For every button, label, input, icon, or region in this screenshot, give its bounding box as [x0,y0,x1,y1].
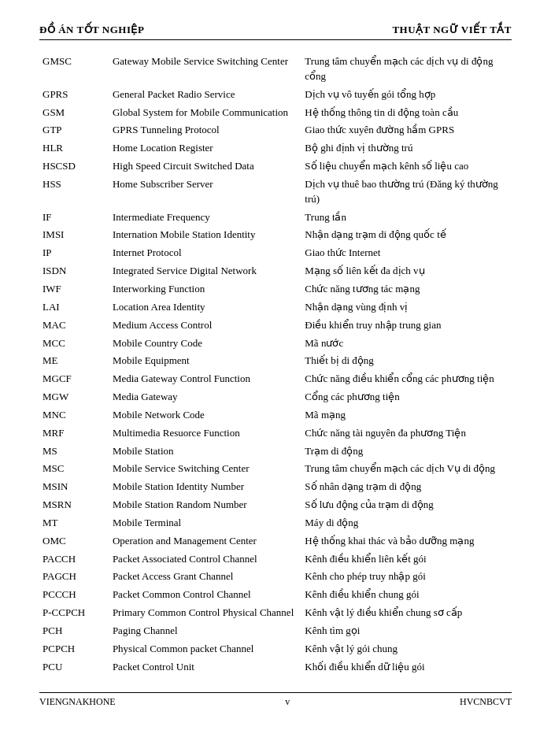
vietnamese-cell: Chức năng tương tác mạng [301,280,512,298]
table-row: IFIntermediate FrequencyTrung tần [39,209,512,227]
abbr-cell: IMSI [39,226,109,244]
vietnamese-cell: Thiết bị di động [301,352,512,370]
vietnamese-cell: Kênh cho phép truy nhập gói [301,568,512,586]
table-row: IWFInterworking FunctionChức năng tương … [39,280,512,298]
full-name-cell: Home Subscriber Server [109,176,301,209]
table-row: LAILocation Area IdentityNhận dạng vùng … [39,298,512,317]
abbr-cell: MRF [39,424,109,443]
vietnamese-cell: Điều khiển truy nhập trung gian [301,317,512,335]
vietnamese-cell: Chức năng tài nguyên đa phương Tiện [301,424,512,443]
full-name-cell: Mobile Service Switching Center [109,460,301,478]
full-name-cell: Primary Common Control Physical Channel [109,604,301,622]
abbr-cell: PCH [39,622,109,640]
vietnamese-cell: Số liệu chuyển mạch kênh số liệu cao [301,158,512,176]
abbr-cell: MSIN [39,478,109,496]
table-row: MSMobile StationTrạm di động [39,443,512,461]
table-row: MSINMobile Station Identity NumberSố nhâ… [39,478,512,496]
glossary-table: GMSCGateway Mobile Service Switching Cen… [39,53,512,676]
table-row: PCPCHPhysical Common packet ChannelKênh … [39,640,512,658]
abbr-cell: PCU [39,658,109,676]
vietnamese-cell: Mã nước [301,335,512,353]
full-name-cell: Physical Common packet Channel [109,640,301,658]
abbr-cell: IWF [39,280,109,298]
full-name-cell: Mobile Station Random Number [109,496,301,514]
full-name-cell: Operation and Management Center [109,532,301,550]
full-name-cell: Home Location Register [109,139,301,158]
full-name-cell: Integrated Service Digital Network [109,262,301,280]
table-row: IPInternet ProtocolGiao thức Internet [39,244,512,262]
table-row: GTPGPRS Tunneling ProtocolGiao thức xuyê… [39,121,512,139]
full-name-cell: GPRS Tunneling Protocol [109,121,301,139]
vietnamese-cell: Kênh điều khiển liên kết gói [301,550,512,569]
vietnamese-cell: Giao thức Internet [301,244,512,262]
abbr-cell: ISDN [39,262,109,280]
abbr-cell: MS [39,443,109,461]
table-row: MGWMedia GatewayCổng các phương tiện [39,388,512,406]
full-name-cell: Global System for Mobile Communication [109,104,301,122]
table-row: HLRHome Location RegisterBộ ghi định vị … [39,139,512,158]
vietnamese-cell: Giao thức xuyên đường hầm GPRS [301,121,512,139]
vietnamese-cell: Trung tâm chuyển mạch các dịch vụ di độn… [301,53,512,86]
table-row: HSCSDHigh Speed Circuit Switched DataSố … [39,158,512,176]
vietnamese-cell: Trạm di động [301,443,512,461]
abbr-cell: PCPCH [39,640,109,658]
abbr-cell: GSM [39,104,109,122]
table-row: MCCMobile Country CodeMã nước [39,335,512,353]
table-row: HSSHome Subscriber ServerDịch vụ thuê ba… [39,176,512,209]
vietnamese-cell: Nhận dạng vùng định vị [301,298,512,317]
abbr-cell: MGW [39,388,109,406]
table-row: PCUPacket Control UnitKhối điều khiển dữ… [39,658,512,676]
abbr-cell: LAI [39,298,109,317]
footer-center: v [285,696,290,708]
full-name-cell: Packet Control Unit [109,658,301,676]
full-name-cell: Mobile Station [109,443,301,461]
full-name-cell: Gateway Mobile Service Switching Center [109,53,301,86]
abbr-cell: HLR [39,139,109,158]
table-row: MNCMobile Network CodeMã mạng [39,406,512,424]
vietnamese-cell: Kênh vật lý điều khiển chung sơ cấp [301,604,512,622]
full-name-cell: Mobile Country Code [109,335,301,353]
abbr-cell: MSRN [39,496,109,514]
table-row: MRFMultimedia Resuorce FunctionChức năng… [39,424,512,443]
vietnamese-cell: Máy di động [301,514,512,532]
vietnamese-cell: Kênh vật lý gói chung [301,640,512,658]
full-name-cell: Media Gateway Control Function [109,370,301,388]
vietnamese-cell: Dịch vụ thuê bao thường trú (Đăng ký thư… [301,176,512,209]
full-name-cell: Medium Access Control [109,317,301,335]
abbr-cell: GPRS [39,86,109,104]
full-name-cell: Interworking Function [109,280,301,298]
full-name-cell: Mobile Terminal [109,514,301,532]
table-row: PCHPaging ChannelKênh tìm gọi [39,622,512,640]
vietnamese-cell: Khối điều khiển dữ liệu gói [301,658,512,676]
abbr-cell: MGCF [39,370,109,388]
full-name-cell: General Packet Radio Service [109,86,301,104]
full-name-cell: Mobile Network Code [109,406,301,424]
abbr-cell: OMC [39,532,109,550]
abbr-cell: MAC [39,317,109,335]
abbr-cell: IP [39,244,109,262]
vietnamese-cell: Dịch vụ vô tuyến gói tổng hợp [301,86,512,104]
footer-left: VIENGNAKHONE [39,696,116,708]
full-name-cell: Multimedia Resuorce Function [109,424,301,443]
table-row: GPRSGeneral Packet Radio ServiceDịch vụ … [39,86,512,104]
table-row: GSMGlobal System for Mobile Communicatio… [39,104,512,122]
header-title-left: ĐỒ ÁN TỐT NGHIỆP [39,24,144,36]
vietnamese-cell: Kênh tìm gọi [301,622,512,640]
table-row: PCCCHPacket Common Control ChannelKênh đ… [39,586,512,604]
table-row: MGCFMedia Gateway Control FunctionChức n… [39,370,512,388]
abbr-cell: IF [39,209,109,227]
full-name-cell: Location Area Identity [109,298,301,317]
vietnamese-cell: Hệ thống thông tin di động toàn cầu [301,104,512,122]
full-name-cell: Mobile Equipment [109,352,301,370]
vietnamese-cell: Nhận dạng trạm di động quốc tế [301,226,512,244]
full-name-cell: Intermediate Frequency [109,209,301,227]
table-row: IMSIInternation Mobile Station IdentityN… [39,226,512,244]
vietnamese-cell: Số nhân dạng trạm di động [301,478,512,496]
abbr-cell: MCC [39,335,109,353]
table-row: PAGCHPacket Access Grant ChannelKênh cho… [39,568,512,586]
abbr-cell: GMSC [39,53,109,86]
table-row: MACMedium Access ControlĐiều khiển truy … [39,317,512,335]
page-header: ĐỒ ÁN TỐT NGHIỆP THUẬT NGỮ VIẾT TẮT [39,24,512,40]
abbr-cell: GTP [39,121,109,139]
full-name-cell: Internation Mobile Station Identity [109,226,301,244]
